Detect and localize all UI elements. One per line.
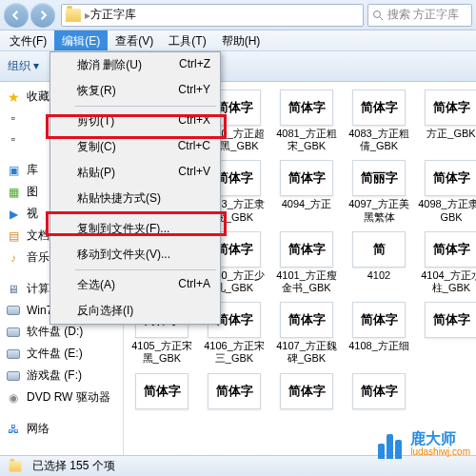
status-text: 已选择 155 个项 (32, 458, 115, 474)
documents-icon: ▤ (6, 228, 21, 244)
drive-icon (6, 347, 21, 362)
star-icon: ★ (6, 89, 21, 105)
file-item[interactable]: 简丽字4097_方正美黑繁体 (345, 160, 413, 223)
file-thumbnail: 简体字 (425, 231, 476, 268)
file-thumbnail: 简丽字 (352, 160, 406, 196)
menu-help[interactable]: 帮助(H) (214, 30, 268, 50)
network-icon: 🖧 (6, 422, 21, 437)
search-icon (372, 10, 384, 21)
file-name: 4094_方正 (282, 198, 332, 210)
file-item[interactable]: 简体字 (345, 373, 413, 411)
drive-icon (6, 325, 21, 340)
search-placeholder: 搜索 方正字库 (387, 7, 459, 23)
menu-view[interactable]: 查看(V) (108, 30, 161, 50)
menu-cut[interactable]: 剪切(T)Ctrl+X (50, 109, 220, 134)
file-item[interactable]: 简体字4098_方正隶_GBK (417, 160, 476, 223)
file-item[interactable]: 简体字4094_方正 (272, 160, 341, 223)
breadcrumb[interactable]: ▸ 方正字库 (61, 4, 364, 27)
sidebar-item-dvd[interactable]: ◉DVD RW 驱动器 (2, 387, 121, 408)
file-thumbnail: 简体字 (425, 302, 476, 338)
file-name: 4106_方正宋三_GBK (200, 340, 268, 365)
file-item[interactable]: 简体字 (272, 373, 341, 411)
menu-paste-shortcut[interactable]: 粘贴快捷方式(S) (50, 186, 220, 211)
file-thumbnail: 简体字 (280, 302, 333, 338)
file-name: 4081_方正粗宋_GBK (272, 128, 341, 152)
videos-icon: ▶ (6, 207, 21, 222)
sidebar-item-drive-e[interactable]: 文件盘 (E:) (2, 343, 121, 365)
file-thumbnail: 简体字 (280, 231, 333, 268)
file-thumbnail: 简体字 (352, 373, 406, 409)
svg-point-0 (374, 10, 381, 17)
file-thumbnail: 简体字 (425, 89, 476, 126)
file-name: 4102 (367, 269, 390, 282)
watermark-icon (372, 428, 407, 459)
menu-file[interactable]: 文件(F) (2, 30, 54, 50)
breadcrumb-text: 方正字库 (90, 7, 136, 23)
file-thumbnail: 简体字 (280, 373, 333, 409)
file-name: 4083_方正粗倩_GBK (345, 128, 413, 152)
library-icon: ▣ (6, 163, 21, 178)
menu-redo[interactable]: 恢复(R)Ctrl+Y (50, 78, 220, 104)
file-thumbnail: 简体字 (208, 373, 261, 409)
computer-icon: 🖥 (6, 282, 21, 297)
watermark-name: 鹿大师 (410, 430, 470, 447)
file-item[interactable]: 简体字方正_GBK (417, 89, 476, 152)
watermark: 鹿大师 ludashiwj.com (372, 428, 470, 459)
file-item[interactable]: 简体字4083_方正粗倩_GBK (345, 89, 413, 152)
file-item[interactable]: 简体字4101_方正瘦金书_GBK (272, 231, 341, 294)
arrow-right-icon (36, 9, 50, 22)
folder-icon: ▫ (6, 131, 21, 147)
file-thumbnail: 简体字 (135, 373, 188, 409)
search-input[interactable]: 搜索 方正字库 (367, 4, 472, 27)
organize-button[interactable]: 组织 ▾ (8, 58, 39, 74)
file-thumbnail: 简体字 (280, 89, 333, 126)
menu-copy[interactable]: 复制(C)Ctrl+C (50, 134, 220, 160)
file-item[interactable]: 简体字 (200, 373, 268, 411)
file-name: 4105_方正宋黑_GBK (128, 340, 196, 365)
pictures-icon: ▦ (6, 185, 21, 200)
file-thumbnail: 简体字 (280, 160, 333, 196)
file-thumbnail: 简体字 (352, 89, 406, 126)
file-thumbnail: 简体字 (425, 160, 476, 196)
nav-back-button[interactable] (4, 3, 29, 28)
folder-icon (10, 461, 22, 471)
menu-move-to[interactable]: 移动到文件夹(V)... (50, 242, 220, 268)
menu-paste[interactable]: 粘贴(P)Ctrl+V (50, 160, 220, 186)
file-name: 4107_方正魏碑_GBK (272, 340, 341, 365)
file-name: 4098_方正隶_GBK (417, 198, 476, 223)
menu-select-all[interactable]: 全选(A)Ctrl+A (50, 272, 220, 298)
edit-menu-dropdown: 撤消 删除(U)Ctrl+Z 恢复(R)Ctrl+Y 剪切(T)Ctrl+X 复… (50, 51, 221, 325)
folder-icon: ▫ (6, 110, 21, 126)
file-item[interactable]: 简体字4104_方正水柱_GBK (417, 231, 476, 294)
folder-icon (66, 9, 81, 22)
file-name: 方正_GBK (426, 128, 475, 140)
file-name: 4097_方正美黑繁体 (345, 198, 413, 223)
file-name: 4108_方正细 (348, 340, 409, 352)
arrow-left-icon (10, 9, 23, 22)
sidebar-item-drive-f[interactable]: 游戏盘 (F:) (2, 365, 121, 387)
watermark-url: ludashiwj.com (410, 446, 470, 457)
drive-icon (6, 368, 21, 384)
file-item[interactable]: 简体字 (417, 302, 476, 365)
file-thumbnail: 简 (352, 231, 406, 268)
file-item[interactable]: 简体字4107_方正魏碑_GBK (272, 302, 341, 365)
nav-forward-button[interactable] (30, 3, 55, 28)
menubar: 文件(F) 编辑(E) 查看(V) 工具(T) 帮助(H) (0, 30, 476, 51)
sidebar-item-network[interactable]: 🖧网络 (2, 418, 121, 440)
music-icon: ♪ (6, 250, 21, 266)
file-name: 4104_方正水柱_GBK (417, 269, 476, 294)
file-name: 4101_方正瘦金书_GBK (272, 269, 341, 294)
menu-tools[interactable]: 工具(T) (161, 30, 213, 50)
file-item[interactable]: 简体字 (128, 373, 196, 411)
file-item[interactable]: 简体字4108_方正细 (345, 302, 413, 365)
menu-undo[interactable]: 撤消 删除(U)Ctrl+Z (50, 52, 220, 78)
drive-icon (6, 303, 21, 318)
titlebar: ▸ 方正字库 搜索 方正字库 (0, 0, 476, 30)
menu-invert[interactable]: 反向选择(I) (50, 298, 220, 324)
dvd-icon: ◉ (6, 390, 21, 406)
file-thumbnail: 简体字 (352, 302, 406, 338)
file-item[interactable]: 简4102 (345, 231, 413, 294)
menu-copy-to[interactable]: 复制到文件夹(F)... (50, 216, 220, 242)
menu-edit[interactable]: 编辑(E) (54, 30, 108, 50)
file-item[interactable]: 简体字4081_方正粗宋_GBK (272, 89, 341, 152)
